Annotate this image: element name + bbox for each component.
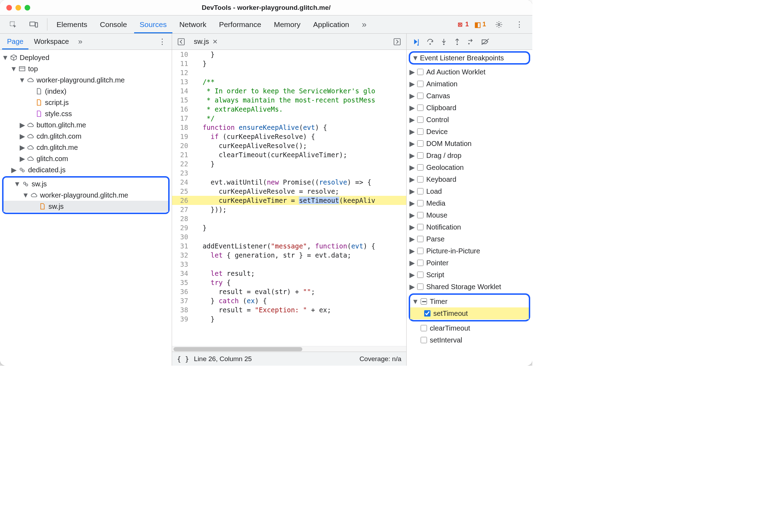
tree-item[interactable]: ▼style.css bbox=[0, 108, 172, 119]
category-checkbox[interactable] bbox=[417, 284, 423, 290]
code-line[interactable]: 15 * always maintain the most-recent pos… bbox=[172, 95, 406, 105]
breakpoint-category[interactable]: ▶ Device bbox=[407, 126, 532, 138]
tree-item[interactable]: ▶glitch.com bbox=[0, 153, 172, 164]
code-line[interactable]: 23 bbox=[172, 168, 406, 178]
main-tab-performance[interactable]: Performance bbox=[213, 15, 267, 33]
code-line[interactable]: 21 clearTimeout(curKeepAliveTimer); bbox=[172, 150, 406, 159]
navigator-menu-icon[interactable]: ⋮ bbox=[155, 34, 170, 49]
code-line[interactable]: 27 })); bbox=[172, 205, 406, 214]
code-line[interactable]: 14 * In order to keep the ServiceWorker'… bbox=[172, 86, 406, 95]
line-number[interactable]: 17 bbox=[172, 114, 193, 123]
line-number[interactable]: 18 bbox=[172, 123, 193, 132]
code-line[interactable]: 25 curKeepAliveResolve = resolve; bbox=[172, 187, 406, 196]
code-line[interactable]: 30 bbox=[172, 232, 406, 241]
line-number[interactable]: 35 bbox=[172, 278, 193, 287]
zoom-window-button[interactable] bbox=[25, 5, 30, 11]
category-checkbox[interactable] bbox=[417, 212, 423, 218]
line-number[interactable]: 15 bbox=[172, 95, 193, 105]
category-checkbox[interactable] bbox=[417, 248, 423, 254]
deactivate-breakpoints-icon[interactable] bbox=[481, 38, 489, 46]
line-number[interactable]: 21 bbox=[172, 150, 193, 159]
close-window-button[interactable] bbox=[6, 5, 12, 11]
category-checkbox[interactable] bbox=[417, 164, 423, 171]
code-editor[interactable]: 10 }11 }1213 /**14 * In order to keep th… bbox=[172, 50, 406, 346]
tree-item[interactable]: ▼sw.js bbox=[4, 178, 168, 189]
breakpoint-checkbox[interactable] bbox=[421, 337, 427, 343]
line-number[interactable]: 11 bbox=[172, 59, 193, 68]
code-line[interactable]: 24 evt.waitUntil(new Promise((resolve) =… bbox=[172, 178, 406, 187]
line-number[interactable]: 37 bbox=[172, 296, 193, 305]
tree-item[interactable]: ▼Deployed bbox=[0, 52, 172, 63]
breakpoint-category[interactable]: ▶ Animation bbox=[407, 78, 532, 90]
minimize-window-button[interactable] bbox=[15, 5, 21, 11]
breakpoint-category[interactable]: ▶ Keyboard bbox=[407, 173, 532, 185]
category-checkbox[interactable] bbox=[417, 260, 423, 266]
tree-item[interactable]: ▼(index) bbox=[0, 86, 172, 97]
breakpoint-category[interactable]: ▶ Parse bbox=[407, 233, 532, 245]
horizontal-scrollbar[interactable] bbox=[172, 346, 406, 352]
line-number[interactable]: 27 bbox=[172, 205, 193, 214]
code-line[interactable]: 20 curKeepAliveResolve(); bbox=[172, 141, 406, 150]
main-tab-elements[interactable]: Elements bbox=[51, 15, 93, 33]
line-number[interactable]: 23 bbox=[172, 168, 193, 178]
code-line[interactable]: 31 addEventListener("message", function(… bbox=[172, 241, 406, 251]
navigator-tab-workspace[interactable]: Workspace bbox=[29, 34, 74, 49]
breakpoint-category[interactable]: ▶ Pointer bbox=[407, 257, 532, 269]
breakpoint-item[interactable]: setInterval bbox=[407, 334, 532, 346]
breakpoint-category[interactable]: ▶ Control bbox=[407, 114, 532, 126]
breakpoint-category-timer[interactable]: ▼ Timer bbox=[410, 295, 529, 307]
breakpoint-category[interactable]: ▶ DOM Mutation bbox=[407, 138, 532, 149]
resume-script-icon[interactable] bbox=[412, 38, 420, 46]
breakpoint-category[interactable]: ▶ Ad Auction Worklet bbox=[407, 66, 532, 78]
code-line[interactable]: 12 bbox=[172, 68, 406, 77]
breakpoint-category[interactable]: ▶ Media bbox=[407, 197, 532, 209]
category-checkbox[interactable] bbox=[417, 69, 423, 75]
line-number[interactable]: 14 bbox=[172, 86, 193, 95]
breakpoint-item-settimeout[interactable]: setTimeout bbox=[410, 307, 529, 319]
toggle-debugger-icon[interactable] bbox=[390, 34, 404, 49]
more-tabs-chevron-icon[interactable]: » bbox=[356, 15, 372, 33]
breakpoint-category[interactable]: ▶ Script bbox=[407, 269, 532, 281]
line-number[interactable]: 39 bbox=[172, 314, 193, 324]
category-checkbox[interactable] bbox=[417, 176, 423, 182]
line-number[interactable]: 22 bbox=[172, 159, 193, 168]
category-checkbox[interactable] bbox=[417, 81, 423, 87]
tree-item[interactable]: ▼worker-playground.glitch.me bbox=[0, 74, 172, 86]
line-number[interactable]: 30 bbox=[172, 232, 193, 241]
line-number[interactable]: 28 bbox=[172, 214, 193, 223]
step-over-icon[interactable] bbox=[426, 38, 434, 46]
category-checkbox[interactable] bbox=[417, 93, 423, 99]
line-number[interactable]: 33 bbox=[172, 260, 193, 269]
code-line[interactable]: 37 } catch (ex) { bbox=[172, 296, 406, 305]
line-number[interactable]: 29 bbox=[172, 223, 193, 232]
category-checkbox[interactable] bbox=[417, 128, 423, 135]
category-checkbox-indeterminate[interactable] bbox=[421, 298, 427, 305]
code-line[interactable]: 19 if (curKeepAliveResolve) { bbox=[172, 132, 406, 141]
main-tab-application[interactable]: Application bbox=[308, 15, 355, 33]
breakpoint-category[interactable]: ▶ Picture-in-Picture bbox=[407, 245, 532, 257]
line-number[interactable]: 16 bbox=[172, 105, 193, 114]
code-line[interactable]: 13 /** bbox=[172, 77, 406, 86]
line-number[interactable]: 12 bbox=[172, 68, 193, 77]
code-line[interactable]: 26 curKeepAliveTimer = setTimeout(keepAl… bbox=[172, 196, 406, 205]
breakpoint-category[interactable]: ▶ Shared Storage Worklet bbox=[407, 281, 532, 293]
line-number[interactable]: 19 bbox=[172, 132, 193, 141]
toggle-navigator-icon[interactable] bbox=[174, 34, 188, 49]
category-checkbox[interactable] bbox=[417, 105, 423, 111]
main-tab-console[interactable]: Console bbox=[94, 15, 133, 33]
breakpoint-checkbox[interactable] bbox=[424, 310, 430, 317]
code-line[interactable]: 16 * extraKeepAliveMs. bbox=[172, 105, 406, 114]
event-listener-breakpoints-header[interactable]: ▼ Event Listener Breakpoints bbox=[409, 51, 530, 65]
kebab-menu-icon[interactable]: ⋮ bbox=[510, 15, 529, 33]
line-number[interactable]: 24 bbox=[172, 178, 193, 187]
code-line[interactable]: 38 result = "Exception: " + ex; bbox=[172, 305, 406, 314]
line-number[interactable]: 38 bbox=[172, 305, 193, 314]
warning-badge[interactable]: ◧ 1 bbox=[472, 15, 488, 33]
code-line[interactable]: 29 } bbox=[172, 223, 406, 232]
breakpoint-category[interactable]: ▶ Canvas bbox=[407, 90, 532, 102]
category-checkbox[interactable] bbox=[417, 152, 423, 159]
line-number[interactable]: 26 bbox=[172, 196, 193, 205]
category-checkbox[interactable] bbox=[417, 200, 423, 206]
tree-item[interactable]: ▶button.glitch.me bbox=[0, 119, 172, 131]
category-checkbox[interactable] bbox=[417, 117, 423, 123]
